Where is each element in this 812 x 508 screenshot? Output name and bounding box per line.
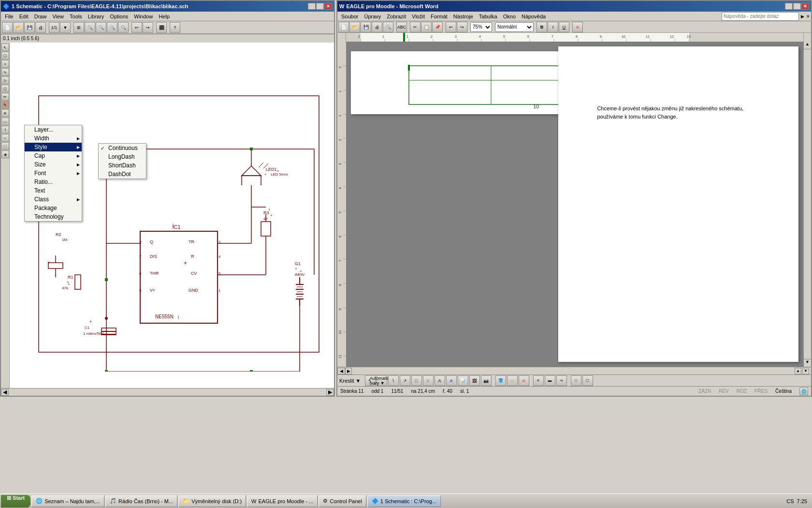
tb-zoom-in[interactable]: 🔍 bbox=[85, 22, 95, 33]
scroll-down[interactable]: ▼ bbox=[804, 359, 811, 367]
draw-line-color[interactable]: — bbox=[507, 375, 518, 386]
taskbar-item-seznam[interactable]: 🌐 Seznam – Najdu tam,... bbox=[31, 495, 104, 507]
tool-1[interactable]: ⬡ bbox=[1, 52, 9, 60]
word-tb-preview[interactable]: 🔍 bbox=[383, 22, 393, 32]
menu-view[interactable]: View bbox=[49, 13, 67, 20]
tool-4[interactable]: ▷ bbox=[1, 76, 9, 84]
word-page-down[interactable]: ▼ bbox=[802, 368, 809, 374]
word-zoom-select[interactable]: 75%100%150% bbox=[470, 22, 492, 32]
cm-technology[interactable]: Technology bbox=[25, 212, 82, 221]
draw-toolbar-label[interactable]: Kreslit ▼ bbox=[339, 378, 361, 384]
tb-zoom-out[interactable]: 🔍 bbox=[96, 22, 106, 33]
cm-font[interactable]: Font bbox=[25, 169, 82, 178]
cm-package[interactable]: Package bbox=[25, 204, 82, 212]
cm-ratio[interactable]: Ratio... bbox=[25, 178, 82, 186]
cm-width[interactable]: Width bbox=[25, 134, 82, 143]
status-icon[interactable]: 🌐 bbox=[799, 388, 808, 395]
eagle-hscrollbar[interactable]: ◀ ▶ bbox=[1, 388, 334, 396]
word-tb-undo[interactable]: ↩ bbox=[446, 22, 456, 32]
tb-print[interactable]: 🖨 bbox=[35, 22, 46, 33]
start-button[interactable]: ⊞ Start bbox=[1, 495, 30, 508]
tool-10[interactable]: ○ bbox=[1, 134, 9, 142]
draw-rect[interactable]: □ bbox=[411, 375, 422, 386]
word-underline[interactable]: U bbox=[559, 22, 569, 32]
draw-font-color[interactable]: A bbox=[519, 375, 529, 386]
word-tb-spell[interactable]: ABC bbox=[396, 22, 407, 32]
word-page-up[interactable]: ▲ bbox=[795, 368, 801, 374]
word-tb-print[interactable]: 🖨 bbox=[372, 22, 382, 32]
taskbar-item-word[interactable]: W EAGLE pro Moodle - ... bbox=[247, 495, 318, 507]
menu-draw[interactable]: Draw bbox=[31, 13, 50, 20]
taskbar-item-eagle[interactable]: 🔷 1 Schematic : C:\Prog... bbox=[367, 495, 441, 507]
menu-help[interactable]: Help bbox=[156, 13, 173, 20]
word-menu-zobrazit[interactable]: Zobrazit bbox=[384, 13, 409, 20]
word-tb-cut[interactable]: ✂ bbox=[410, 22, 420, 32]
tool-9[interactable]: ⌇ bbox=[1, 126, 9, 134]
draw-arrow[interactable]: ↗ bbox=[400, 375, 410, 386]
tb-zoom3[interactable]: 🔍 bbox=[118, 22, 129, 33]
draw-image[interactable]: 📷 bbox=[481, 375, 492, 386]
tool-7[interactable]: ✕ bbox=[1, 109, 9, 117]
tb-stop[interactable]: ⬛ bbox=[156, 22, 167, 33]
tb-sheet-drop[interactable]: ▼ bbox=[60, 22, 71, 33]
tb-zoom-fit[interactable]: ⊞ bbox=[73, 22, 84, 33]
draw-autoshapes[interactable]: Automatické tvary ▼ bbox=[377, 375, 387, 386]
word-search-btn[interactable]: ▶ bbox=[801, 14, 804, 19]
taskbar-item-disk[interactable]: 📁 Výměnitelný disk (D:) bbox=[178, 495, 246, 507]
tb-open[interactable]: 📂 bbox=[13, 22, 24, 33]
word-tb-new[interactable]: 📄 bbox=[338, 22, 349, 32]
tb-redo[interactable]: ↪ bbox=[143, 22, 153, 33]
eagle-canvas[interactable]: IC1 ⌊ NE555N ⌊ Q TR DIS R THR CV V+ GND … bbox=[10, 43, 334, 388]
cm-text[interactable]: Text bbox=[25, 186, 82, 195]
draw-clipart[interactable]: 🖼 bbox=[469, 375, 480, 386]
tool-2[interactable]: + bbox=[1, 60, 9, 68]
word-style-select[interactable]: Normální bbox=[495, 22, 534, 32]
menu-tools[interactable]: Tools bbox=[67, 13, 85, 20]
cm-size[interactable]: Size bbox=[25, 160, 82, 169]
sm-shortdash[interactable]: ShortDash bbox=[99, 161, 146, 170]
scroll-left[interactable]: ◀ bbox=[1, 389, 9, 396]
close-button[interactable]: ✕ bbox=[324, 3, 332, 10]
menu-window[interactable]: Window bbox=[131, 13, 156, 20]
word-search-input[interactable] bbox=[722, 12, 799, 21]
draw-shadow[interactable]: □ bbox=[571, 375, 581, 386]
tool-pointer[interactable]: ↖ bbox=[1, 44, 9, 51]
word-tb-paste[interactable]: 📌 bbox=[432, 22, 443, 32]
menu-edit[interactable]: Edit bbox=[16, 13, 31, 20]
minimize-button[interactable]: _ bbox=[308, 3, 316, 10]
draw-textbox[interactable]: A bbox=[435, 375, 445, 386]
word-tb-open[interactable]: 📂 bbox=[349, 22, 360, 32]
word-menu-tabulka[interactable]: Tabulka bbox=[476, 13, 500, 20]
menu-file[interactable]: File bbox=[2, 13, 16, 20]
tool-11[interactable]: ⬚ bbox=[1, 142, 9, 150]
tool-8[interactable]: — bbox=[1, 118, 9, 125]
word-menu-format[interactable]: Formát bbox=[428, 13, 450, 20]
word-menu-vlozit[interactable]: Vložit bbox=[409, 13, 428, 20]
word-font-color[interactable]: A bbox=[572, 22, 583, 32]
tool-active[interactable]: ✎ bbox=[1, 101, 9, 109]
scroll-up[interactable]: ▲ bbox=[804, 42, 811, 49]
menu-library[interactable]: Library bbox=[85, 13, 107, 20]
draw-arrow-style[interactable]: ⇒ bbox=[556, 375, 567, 386]
draw-oval[interactable]: ○ bbox=[423, 375, 434, 386]
word-bold[interactable]: B bbox=[536, 22, 547, 32]
tb-save[interactable]: 💾 bbox=[24, 22, 35, 33]
draw-diagram[interactable]: 📊 bbox=[458, 375, 468, 386]
word-minimize[interactable]: _ bbox=[785, 3, 793, 10]
word-menu-soubor[interactable]: Soubor bbox=[338, 13, 361, 20]
draw-3d[interactable]: ⬡ bbox=[582, 375, 593, 386]
word-scroll-left[interactable]: ◀ bbox=[337, 368, 345, 374]
tool-6[interactable]: ✏ bbox=[1, 93, 9, 101]
word-tb-copy[interactable]: 📋 bbox=[421, 22, 432, 32]
draw-line-thick[interactable]: ▬ bbox=[545, 375, 555, 386]
tb-new[interactable]: 📄 bbox=[2, 22, 13, 33]
word-tb-redo[interactable]: ↪ bbox=[457, 22, 467, 32]
word-scroll-right[interactable]: ▶ bbox=[345, 368, 352, 374]
tool-3[interactable]: ∿ bbox=[1, 68, 9, 76]
sm-dashdot[interactable]: DashDot bbox=[99, 170, 146, 179]
cm-style[interactable]: Style bbox=[25, 143, 82, 151]
taskbar-item-radio[interactable]: 🎵 Rádio Čas (Brno) - M... bbox=[105, 495, 177, 507]
draw-fill-color[interactable]: 🪣 bbox=[495, 375, 506, 386]
word-close[interactable]: ✕ bbox=[801, 3, 809, 10]
word-right-scrollbar[interactable]: ▲ ▼ bbox=[803, 42, 811, 367]
